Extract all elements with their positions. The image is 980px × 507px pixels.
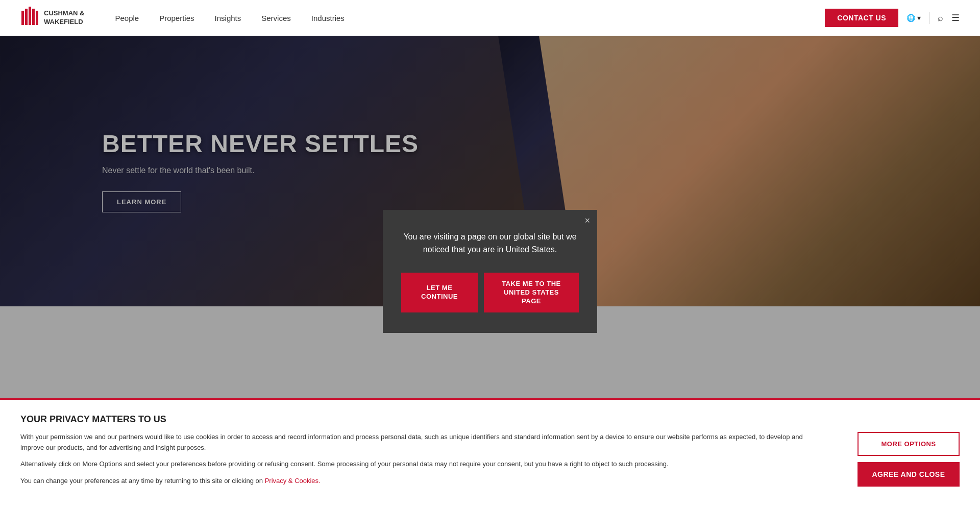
privacy-banner: YOUR PRIVACY MATTERS TO US With your per… <box>0 398 980 507</box>
take-me-to-us-button[interactable]: TAKE ME TO THE UNITED STATES PAGE <box>484 273 579 313</box>
let-me-continue-button[interactable]: LET ME CONTINUE <box>401 273 478 313</box>
globe-icon: 🌐 <box>906 14 915 22</box>
modal-actions: LET ME CONTINUE TAKE ME TO THE UNITED ST… <box>401 273 579 313</box>
privacy-text: With your permission we and our partners… <box>20 432 827 493</box>
navbar: CUSHMAN & WAKEFIELD People Properties In… <box>0 0 980 36</box>
more-options-button[interactable]: MORE OPTIONS <box>857 432 960 456</box>
search-icon: ⌕ <box>938 13 943 23</box>
privacy-paragraph-3: You can change your preferences at any t… <box>20 476 827 487</box>
contact-us-button[interactable]: CONTACT US <box>825 9 898 27</box>
modal-message: You are visiting a page on our global si… <box>401 230 579 256</box>
search-button[interactable]: ⌕ <box>938 13 943 23</box>
svg-rect-2 <box>29 7 31 25</box>
privacy-title: YOUR PRIVACY MATTERS TO US <box>20 414 960 425</box>
globe-language-button[interactable]: 🌐 ▾ <box>906 14 921 22</box>
navbar-actions: CONTACT US 🌐 ▾ ⌕ ☰ <box>825 9 960 27</box>
nav-properties[interactable]: Properties <box>159 14 194 22</box>
privacy-body: With your permission we and our partners… <box>20 432 960 493</box>
nav-services[interactable]: Services <box>261 14 291 22</box>
svg-rect-1 <box>25 9 28 25</box>
svg-rect-0 <box>21 11 24 25</box>
privacy-cookies-link[interactable]: Privacy & Cookies. <box>265 477 321 485</box>
nav-people[interactable]: People <box>115 14 139 22</box>
privacy-paragraph-1: With your permission we and our partners… <box>20 432 827 453</box>
navbar-divider <box>929 12 929 24</box>
svg-rect-3 <box>32 9 35 25</box>
chevron-down-icon: ▾ <box>917 14 921 22</box>
logo-text: CUSHMAN & WAKEFIELD <box>44 9 84 27</box>
svg-rect-4 <box>36 11 38 25</box>
location-modal: × You are visiting a page on our global … <box>383 210 597 333</box>
nav-industries[interactable]: Industries <box>311 14 345 22</box>
logo[interactable]: CUSHMAN & WAKEFIELD <box>20 7 84 29</box>
hamburger-icon: ☰ <box>951 13 960 23</box>
privacy-actions: MORE OPTIONS AGREE AND CLOSE <box>857 432 960 487</box>
main-nav: People Properties Insights Services Indu… <box>115 14 825 22</box>
privacy-paragraph-2: Alternatively click on More Options and … <box>20 459 827 470</box>
modal-close-button[interactable]: × <box>584 216 590 225</box>
logo-icon <box>20 7 39 29</box>
menu-button[interactable]: ☰ <box>951 12 960 23</box>
agree-and-close-button[interactable]: AGREE AND CLOSE <box>857 462 960 487</box>
nav-insights[interactable]: Insights <box>215 14 241 22</box>
